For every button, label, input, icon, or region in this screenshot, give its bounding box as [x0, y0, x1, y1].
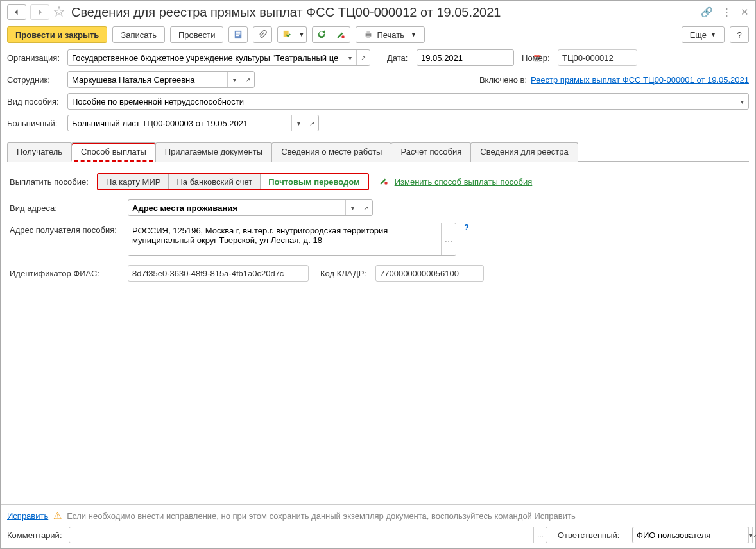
chevron-down-icon[interactable]: ▾: [343, 50, 356, 65]
more-button[interactable]: Еще▼: [682, 26, 725, 43]
ellipsis-icon[interactable]: …: [441, 223, 456, 255]
kladr-field: 77000000000056100: [375, 265, 484, 282]
print-label: Печать: [377, 30, 404, 40]
tab-content: Выплатить пособие: На карту МИР На банко…: [7, 167, 749, 504]
link-icon[interactable]: 🔗: [701, 6, 713, 18]
comment-label: Комментарий:: [7, 530, 65, 540]
org-label: Организация:: [7, 53, 64, 63]
date-field[interactable]: [417, 51, 533, 65]
open-icon[interactable]: ↗: [359, 200, 372, 215]
pay-option-bank[interactable]: На банковский счет: [169, 174, 261, 189]
svg-rect-2: [236, 33, 241, 34]
submit-button[interactable]: Провести: [170, 26, 224, 43]
org-input[interactable]: ▾ ↗: [67, 49, 370, 66]
included-label: Включено в:: [479, 75, 527, 85]
employee-field[interactable]: [68, 72, 227, 87]
number-label: Номер:: [522, 53, 554, 63]
chevron-down-icon[interactable]: ▾: [291, 115, 305, 131]
fix-link[interactable]: Исправить: [7, 511, 48, 521]
fias-field: 8d7f35e0-3630-48f9-815a-4fb1a0c20d7c: [128, 265, 309, 282]
org-field[interactable]: [68, 51, 343, 65]
pay-label: Выплатить пособие:: [10, 177, 93, 187]
responsible-label: Ответственный:: [558, 530, 628, 540]
send-icon[interactable]: [277, 26, 296, 43]
forward-button[interactable]: [30, 4, 49, 20]
help-button[interactable]: ?: [730, 26, 749, 43]
ellipsis-icon[interactable]: …: [533, 527, 547, 543]
tab-attached-docs[interactable]: Прилагаемые документы: [155, 142, 272, 162]
svg-rect-1: [236, 32, 241, 33]
sicklist-label: Больничный:: [7, 119, 64, 128]
responsible-field[interactable]: [633, 528, 748, 542]
print-button[interactable]: Печать ▼: [356, 26, 425, 43]
back-button[interactable]: [7, 4, 26, 20]
printer-icon: [364, 30, 373, 39]
recipient-addr-field[interactable]: [128, 223, 441, 255]
chevron-down-icon[interactable]: ▾: [735, 94, 748, 109]
address-type-label: Вид адреса:: [10, 203, 124, 213]
benefit-type-field[interactable]: [68, 94, 735, 108]
open-icon[interactable]: ↗: [305, 115, 318, 131]
tab-payment-method[interactable]: Способ выплаты: [71, 142, 156, 162]
window: Сведения для реестра прямых выплат ФСС Т…: [0, 0, 756, 549]
comment-input[interactable]: …: [69, 527, 547, 543]
recipient-addr-label: Адрес получателя пособия:: [10, 223, 124, 235]
help-icon[interactable]: ?: [464, 223, 469, 232]
edit-cancel-icon[interactable]: [379, 176, 388, 187]
refresh-icon[interactable]: [312, 26, 331, 43]
comment-field[interactable]: [69, 528, 533, 542]
tab-registry-info[interactable]: Сведения для реестра: [470, 142, 578, 162]
save-button[interactable]: Записать: [112, 26, 165, 43]
chevron-down-icon[interactable]: ▾: [227, 72, 241, 87]
tab-recipient[interactable]: Получатель: [7, 142, 72, 162]
toolbar: Провести и закрыть Записать Провести ▼ П…: [1, 24, 755, 49]
tab-benefit-calc[interactable]: Расчет пособия: [391, 142, 471, 162]
benefit-type-input[interactable]: ▾: [67, 93, 749, 110]
more-label: Еще: [690, 30, 707, 40]
kladr-label: Код КЛАДР:: [320, 269, 372, 278]
change-payment-link[interactable]: Изменить способ выплаты пособия: [395, 177, 533, 187]
open-icon[interactable]: ↗: [752, 527, 756, 543]
chevron-down-icon[interactable]: ▾: [345, 200, 359, 215]
warning-icon: ⚠: [53, 510, 62, 521]
number-field: ТЦ00-000012: [558, 49, 637, 66]
attach-icon[interactable]: [253, 26, 272, 43]
benefit-type-label: Вид пособия:: [7, 97, 64, 106]
sicklist-input[interactable]: ▾ ↗: [67, 115, 319, 131]
svg-rect-6: [367, 31, 370, 34]
sicklist-field[interactable]: [68, 116, 291, 130]
page-title: Сведения для реестра прямых выплат ФСС Т…: [71, 5, 697, 20]
tab-workplace-info[interactable]: Сведения о месте работы: [271, 142, 391, 162]
svg-rect-7: [367, 36, 370, 38]
open-icon[interactable]: ↗: [356, 50, 370, 65]
employee-label: Сотрудник:: [7, 75, 64, 85]
chevron-down-icon: ▼: [411, 31, 417, 38]
close-icon[interactable]: ✕: [741, 6, 749, 18]
menu-icon[interactable]: ⋮: [722, 6, 732, 18]
chevron-down-icon: ▼: [710, 31, 716, 38]
included-link[interactable]: Реестр прямых выплат ФСС ТЦ00-000001 от …: [531, 75, 749, 85]
fias-label: Идентификатор ФИАС:: [10, 269, 124, 278]
recipient-addr-input[interactable]: …: [128, 223, 456, 256]
responsible-input[interactable]: ▾ ↗: [632, 527, 749, 543]
report-icon[interactable]: [228, 26, 248, 43]
date-label: Дата:: [387, 53, 413, 63]
payment-method-toggle: На карту МИР На банковский счет Почтовым…: [97, 173, 369, 190]
fix-note: Если необходимо внести исправление, но п…: [67, 511, 575, 521]
tabs: Получатель Способ выплаты Прилагаемые до…: [7, 142, 749, 162]
form-body: Организация: ▾ ↗ Дата: 📅 Номер: ТЦ00-000…: [1, 49, 755, 504]
svg-rect-3: [236, 35, 239, 36]
address-type-input[interactable]: ▾ ↗: [128, 199, 373, 216]
edit-cancel-icon[interactable]: [331, 26, 350, 43]
footer: Исправить ⚠ Если необходимо внести испра…: [1, 504, 755, 548]
favorite-icon[interactable]: [53, 6, 65, 19]
window-controls: 🔗 ⋮ ✕: [701, 6, 749, 18]
employee-input[interactable]: ▾ ↗: [67, 71, 255, 88]
submit-close-button[interactable]: Провести и закрыть: [7, 26, 107, 43]
address-type-field[interactable]: [128, 201, 345, 215]
date-input[interactable]: 📅: [417, 49, 514, 66]
pay-option-post[interactable]: Почтовым переводом: [261, 174, 367, 189]
send-dropdown-icon[interactable]: ▼: [296, 26, 307, 43]
pay-option-mir[interactable]: На карту МИР: [98, 174, 169, 189]
open-icon[interactable]: ↗: [241, 72, 254, 87]
